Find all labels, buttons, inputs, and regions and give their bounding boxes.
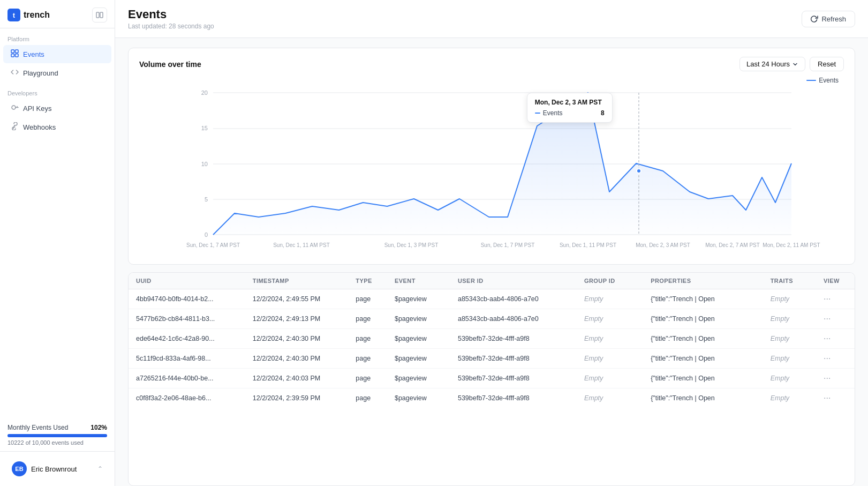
sidebar-item-events[interactable]: Events xyxy=(3,45,111,63)
svg-text:5: 5 xyxy=(205,196,208,203)
svg-rect-1 xyxy=(100,12,103,18)
col-header-traits: TRAITS xyxy=(763,273,816,289)
svg-text:15: 15 xyxy=(201,125,208,131)
refresh-button[interactable]: Refresh xyxy=(802,11,855,27)
monthly-events-section: Monthly Events Used 102% 10222 of 10,000… xyxy=(0,418,115,451)
col-header-view: VIEW xyxy=(816,273,855,289)
developers-section: Developers API Keys Webhooks xyxy=(0,83,115,137)
cell-event: $pageview xyxy=(387,388,450,408)
avatar: EB xyxy=(12,461,27,476)
cell-user-id: a85343cb-aab4-4806-a7e0 xyxy=(450,309,577,329)
chevron-down-icon xyxy=(792,61,798,68)
cell-type: page xyxy=(348,329,387,349)
cell-event: $pageview xyxy=(387,349,450,369)
key-icon xyxy=(11,103,19,113)
cell-properties: {"title":"Trench | Open xyxy=(643,289,763,309)
events-table: UUID TIMESTAMP TYPE EVENT USER ID GROUP … xyxy=(129,273,855,408)
cell-view-actions[interactable]: ··· xyxy=(816,349,855,369)
tooltip-title: Mon, Dec 2, 3 AM PST xyxy=(535,99,605,106)
sidebar-header: t trench xyxy=(0,0,115,28)
tooltip-dot xyxy=(535,113,540,114)
cell-uuid: 5c11f9cd-833a-4af6-98... xyxy=(129,349,245,369)
table-body: 4bb94740-b0fb-4014-b2... 12/2/2024, 2:49… xyxy=(129,289,855,408)
code-icon xyxy=(11,68,19,78)
progress-bar-background xyxy=(7,434,107,437)
sidebar-toggle-button[interactable] xyxy=(92,8,107,23)
cell-properties: {"title":"Trench | Open xyxy=(643,309,763,329)
reset-button[interactable]: Reset xyxy=(810,57,844,71)
user-row[interactable]: EB Eric Brownrout ⌃ xyxy=(6,457,108,481)
chart-tooltip: Mon, Dec 2, 3 AM PST Events 8 xyxy=(527,93,613,123)
developers-label: Developers xyxy=(0,83,115,99)
svg-rect-2 xyxy=(11,50,14,53)
cell-uuid: c0f8f3a2-2e06-48ae-b6... xyxy=(129,388,245,408)
sidebar-toggle-icon xyxy=(96,11,103,19)
cell-view-actions[interactable]: ··· xyxy=(816,329,855,349)
cell-event: $pageview xyxy=(387,309,450,329)
sidebar-item-events-label: Events xyxy=(23,50,44,58)
cell-user-id: 539befb7-32de-4fff-a9f8 xyxy=(450,329,577,349)
svg-text:Sun, Dec 1, 7 AM PST: Sun, Dec 1, 7 AM PST xyxy=(186,242,240,248)
header-left: Events Last updated: 28 seconds ago xyxy=(128,8,214,30)
tooltip-row-label: Events xyxy=(543,109,563,117)
cell-traits: Empty xyxy=(763,349,816,369)
chart-legend: Events xyxy=(806,77,839,84)
cell-event: $pageview xyxy=(387,369,450,388)
cell-view-actions[interactable]: ··· xyxy=(816,289,855,309)
svg-text:Mon, Dec 2, 11 AM PST: Mon, Dec 2, 11 AM PST xyxy=(763,242,820,248)
monthly-count: 10222 of 10,000 events used xyxy=(7,439,107,446)
cell-timestamp: 12/2/2024, 2:39:59 PM xyxy=(245,388,349,408)
cell-traits: Empty xyxy=(763,289,816,309)
sidebar: t trench Platform Events Playground Deve… xyxy=(0,0,115,486)
cell-view-actions[interactable]: ··· xyxy=(816,309,855,329)
cell-event: $pageview xyxy=(387,329,450,349)
sidebar-item-webhooks[interactable]: Webhooks xyxy=(3,118,111,136)
col-header-uuid: UUID xyxy=(129,273,245,289)
svg-text:Sun, Dec 1, 7 PM PST: Sun, Dec 1, 7 PM PST xyxy=(481,242,535,248)
tooltip-row: Events 8 xyxy=(535,109,605,117)
cell-traits: Empty xyxy=(763,388,816,408)
cell-group-id: Empty xyxy=(577,329,643,349)
user-section: EB Eric Brownrout ⌃ xyxy=(0,451,115,486)
svg-rect-4 xyxy=(11,54,14,57)
svg-rect-5 xyxy=(16,54,19,57)
cell-uuid: a7265216-f44e-40b0-be... xyxy=(129,369,245,388)
col-header-event: EVENT xyxy=(387,273,450,289)
sidebar-item-playground[interactable]: Playground xyxy=(3,64,111,82)
logo-icon: t xyxy=(7,9,20,21)
chart-title: Volume over time xyxy=(139,60,201,69)
col-header-properties: PROPERTIES xyxy=(643,273,763,289)
sidebar-item-playground-label: Playground xyxy=(23,69,58,77)
svg-text:Sun, Dec 1, 3 PM PST: Sun, Dec 1, 3 PM PST xyxy=(384,242,439,248)
cell-type: page xyxy=(348,309,387,329)
chart-header: Volume over time Last 24 Hours Reset xyxy=(139,57,844,71)
cell-timestamp: 12/2/2024, 2:40:30 PM xyxy=(245,329,349,349)
cell-view-actions[interactable]: ··· xyxy=(816,369,855,388)
table-header: UUID TIMESTAMP TYPE EVENT USER ID GROUP … xyxy=(129,273,855,289)
cell-traits: Empty xyxy=(763,329,816,349)
tooltip-legend: Events xyxy=(535,109,563,117)
table-row: c0f8f3a2-2e06-48ae-b6... 12/2/2024, 2:39… xyxy=(129,388,855,408)
cell-view-actions[interactable]: ··· xyxy=(816,388,855,408)
cell-group-id: Empty xyxy=(577,349,643,369)
cell-uuid: 5477b62b-cb84-4811-b3... xyxy=(129,309,245,329)
col-header-timestamp: TIMESTAMP xyxy=(245,273,349,289)
svg-text:Mon, Dec 2, 7 AM PST: Mon, Dec 2, 7 AM PST xyxy=(705,242,760,248)
table-row: ede64e42-1c6c-42a8-90... 12/2/2024, 2:40… xyxy=(129,329,855,349)
cell-properties: {"title":"Trench | Open xyxy=(643,388,763,408)
user-name: Eric Brownrout xyxy=(31,465,77,473)
cell-uuid: 4bb94740-b0fb-4014-b2... xyxy=(129,289,245,309)
cell-user-id: a85343cb-aab4-4806-a7e0 xyxy=(450,289,577,309)
col-header-type: TYPE xyxy=(348,273,387,289)
cell-timestamp: 12/2/2024, 2:49:55 PM xyxy=(245,289,349,309)
svg-text:Sun, Dec 1, 11 PM PST: Sun, Dec 1, 11 PM PST xyxy=(560,242,616,248)
cell-timestamp: 12/2/2024, 2:40:03 PM xyxy=(245,369,349,388)
refresh-icon xyxy=(811,15,818,23)
table-row: 4bb94740-b0fb-4014-b2... 12/2/2024, 2:49… xyxy=(129,289,855,309)
svg-text:Mon, Dec 2, 3 AM PST: Mon, Dec 2, 3 AM PST xyxy=(636,242,690,248)
time-select[interactable]: Last 24 Hours xyxy=(739,57,805,71)
cell-user-id: 539befb7-32de-4fff-a9f8 xyxy=(450,388,577,408)
sidebar-item-api-keys[interactable]: API Keys xyxy=(3,99,111,117)
main-content: Events Last updated: 28 seconds ago Refr… xyxy=(115,0,868,486)
cell-type: page xyxy=(348,289,387,309)
